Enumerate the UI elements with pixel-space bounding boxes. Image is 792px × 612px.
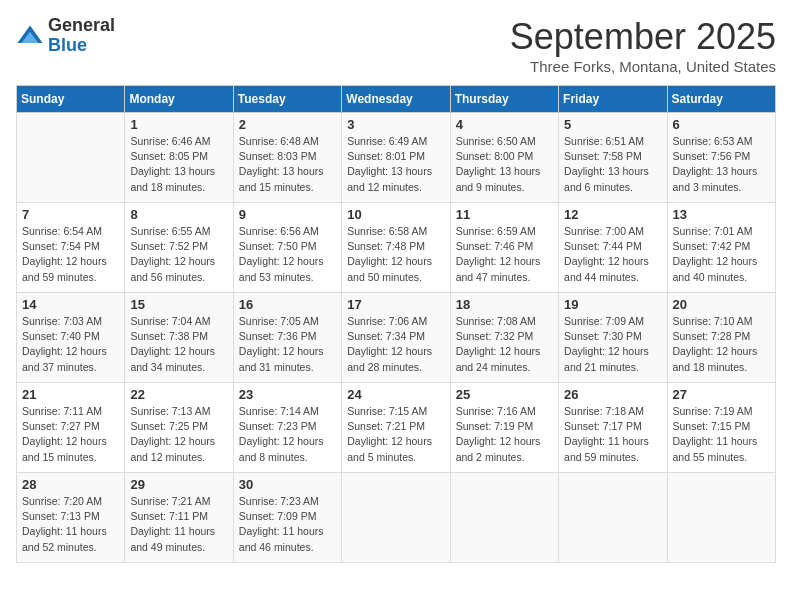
day-number: 12 <box>564 207 661 222</box>
day-number: 1 <box>130 117 227 132</box>
day-number: 3 <box>347 117 444 132</box>
day-number: 14 <box>22 297 119 312</box>
calendar-week-row: 21Sunrise: 7:11 AMSunset: 7:27 PMDayligh… <box>17 383 776 473</box>
calendar-cell: 9Sunrise: 6:56 AMSunset: 7:50 PMDaylight… <box>233 203 341 293</box>
calendar-cell: 25Sunrise: 7:16 AMSunset: 7:19 PMDayligh… <box>450 383 558 473</box>
logo-icon <box>16 22 44 50</box>
day-info: Sunrise: 6:55 AMSunset: 7:52 PMDaylight:… <box>130 224 227 285</box>
day-info: Sunrise: 7:05 AMSunset: 7:36 PMDaylight:… <box>239 314 336 375</box>
day-number: 4 <box>456 117 553 132</box>
day-info: Sunrise: 7:00 AMSunset: 7:44 PMDaylight:… <box>564 224 661 285</box>
day-number: 23 <box>239 387 336 402</box>
calendar-cell: 6Sunrise: 6:53 AMSunset: 7:56 PMDaylight… <box>667 113 775 203</box>
day-number: 10 <box>347 207 444 222</box>
calendar-cell: 1Sunrise: 6:46 AMSunset: 8:05 PMDaylight… <box>125 113 233 203</box>
day-info: Sunrise: 6:53 AMSunset: 7:56 PMDaylight:… <box>673 134 770 195</box>
day-info: Sunrise: 7:20 AMSunset: 7:13 PMDaylight:… <box>22 494 119 555</box>
logo: General Blue <box>16 16 115 56</box>
day-number: 16 <box>239 297 336 312</box>
day-info: Sunrise: 7:15 AMSunset: 7:21 PMDaylight:… <box>347 404 444 465</box>
day-number: 25 <box>456 387 553 402</box>
day-info: Sunrise: 7:18 AMSunset: 7:17 PMDaylight:… <box>564 404 661 465</box>
day-info: Sunrise: 6:46 AMSunset: 8:05 PMDaylight:… <box>130 134 227 195</box>
day-info: Sunrise: 7:03 AMSunset: 7:40 PMDaylight:… <box>22 314 119 375</box>
calendar-cell: 24Sunrise: 7:15 AMSunset: 7:21 PMDayligh… <box>342 383 450 473</box>
calendar-cell <box>342 473 450 563</box>
logo-blue-text: Blue <box>48 36 115 56</box>
calendar-cell: 2Sunrise: 6:48 AMSunset: 8:03 PMDaylight… <box>233 113 341 203</box>
header: General Blue September 2025 Three Forks,… <box>16 16 776 75</box>
day-number: 6 <box>673 117 770 132</box>
day-number: 7 <box>22 207 119 222</box>
day-of-week-header: Sunday <box>17 86 125 113</box>
day-info: Sunrise: 6:50 AMSunset: 8:00 PMDaylight:… <box>456 134 553 195</box>
calendar-cell: 19Sunrise: 7:09 AMSunset: 7:30 PMDayligh… <box>559 293 667 383</box>
day-number: 21 <box>22 387 119 402</box>
calendar-cell: 23Sunrise: 7:14 AMSunset: 7:23 PMDayligh… <box>233 383 341 473</box>
day-number: 15 <box>130 297 227 312</box>
day-number: 24 <box>347 387 444 402</box>
calendar-cell: 10Sunrise: 6:58 AMSunset: 7:48 PMDayligh… <box>342 203 450 293</box>
calendar-cell: 7Sunrise: 6:54 AMSunset: 7:54 PMDaylight… <box>17 203 125 293</box>
calendar-cell: 28Sunrise: 7:20 AMSunset: 7:13 PMDayligh… <box>17 473 125 563</box>
day-info: Sunrise: 7:16 AMSunset: 7:19 PMDaylight:… <box>456 404 553 465</box>
calendar-cell: 27Sunrise: 7:19 AMSunset: 7:15 PMDayligh… <box>667 383 775 473</box>
day-info: Sunrise: 7:19 AMSunset: 7:15 PMDaylight:… <box>673 404 770 465</box>
day-info: Sunrise: 6:48 AMSunset: 8:03 PMDaylight:… <box>239 134 336 195</box>
calendar-week-row: 14Sunrise: 7:03 AMSunset: 7:40 PMDayligh… <box>17 293 776 383</box>
day-of-week-header: Thursday <box>450 86 558 113</box>
calendar-cell: 30Sunrise: 7:23 AMSunset: 7:09 PMDayligh… <box>233 473 341 563</box>
day-number: 5 <box>564 117 661 132</box>
day-number: 9 <box>239 207 336 222</box>
calendar-cell: 3Sunrise: 6:49 AMSunset: 8:01 PMDaylight… <box>342 113 450 203</box>
day-number: 8 <box>130 207 227 222</box>
month-title: September 2025 <box>510 16 776 58</box>
day-info: Sunrise: 6:59 AMSunset: 7:46 PMDaylight:… <box>456 224 553 285</box>
day-number: 11 <box>456 207 553 222</box>
calendar-cell: 14Sunrise: 7:03 AMSunset: 7:40 PMDayligh… <box>17 293 125 383</box>
calendar-cell: 29Sunrise: 7:21 AMSunset: 7:11 PMDayligh… <box>125 473 233 563</box>
calendar-cell: 21Sunrise: 7:11 AMSunset: 7:27 PMDayligh… <box>17 383 125 473</box>
calendar-cell <box>17 113 125 203</box>
day-info: Sunrise: 7:04 AMSunset: 7:38 PMDaylight:… <box>130 314 227 375</box>
calendar-header-row: SundayMondayTuesdayWednesdayThursdayFrid… <box>17 86 776 113</box>
day-of-week-header: Saturday <box>667 86 775 113</box>
calendar-week-row: 7Sunrise: 6:54 AMSunset: 7:54 PMDaylight… <box>17 203 776 293</box>
calendar-cell: 5Sunrise: 6:51 AMSunset: 7:58 PMDaylight… <box>559 113 667 203</box>
calendar-cell: 16Sunrise: 7:05 AMSunset: 7:36 PMDayligh… <box>233 293 341 383</box>
day-info: Sunrise: 7:10 AMSunset: 7:28 PMDaylight:… <box>673 314 770 375</box>
day-number: 26 <box>564 387 661 402</box>
calendar-cell: 26Sunrise: 7:18 AMSunset: 7:17 PMDayligh… <box>559 383 667 473</box>
title-section: September 2025 Three Forks, Montana, Uni… <box>510 16 776 75</box>
day-number: 28 <box>22 477 119 492</box>
day-info: Sunrise: 6:54 AMSunset: 7:54 PMDaylight:… <box>22 224 119 285</box>
day-number: 17 <box>347 297 444 312</box>
calendar-cell: 17Sunrise: 7:06 AMSunset: 7:34 PMDayligh… <box>342 293 450 383</box>
day-info: Sunrise: 7:21 AMSunset: 7:11 PMDaylight:… <box>130 494 227 555</box>
day-number: 2 <box>239 117 336 132</box>
calendar-cell: 12Sunrise: 7:00 AMSunset: 7:44 PMDayligh… <box>559 203 667 293</box>
day-info: Sunrise: 7:06 AMSunset: 7:34 PMDaylight:… <box>347 314 444 375</box>
day-info: Sunrise: 6:58 AMSunset: 7:48 PMDaylight:… <box>347 224 444 285</box>
calendar-week-row: 28Sunrise: 7:20 AMSunset: 7:13 PMDayligh… <box>17 473 776 563</box>
day-of-week-header: Friday <box>559 86 667 113</box>
logo-general-text: General <box>48 16 115 36</box>
day-number: 29 <box>130 477 227 492</box>
calendar-cell: 4Sunrise: 6:50 AMSunset: 8:00 PMDaylight… <box>450 113 558 203</box>
calendar-cell: 13Sunrise: 7:01 AMSunset: 7:42 PMDayligh… <box>667 203 775 293</box>
day-info: Sunrise: 6:49 AMSunset: 8:01 PMDaylight:… <box>347 134 444 195</box>
day-number: 20 <box>673 297 770 312</box>
day-number: 27 <box>673 387 770 402</box>
calendar-cell <box>559 473 667 563</box>
calendar-cell: 18Sunrise: 7:08 AMSunset: 7:32 PMDayligh… <box>450 293 558 383</box>
day-number: 30 <box>239 477 336 492</box>
day-info: Sunrise: 7:11 AMSunset: 7:27 PMDaylight:… <box>22 404 119 465</box>
day-number: 18 <box>456 297 553 312</box>
day-of-week-header: Monday <box>125 86 233 113</box>
calendar-cell: 15Sunrise: 7:04 AMSunset: 7:38 PMDayligh… <box>125 293 233 383</box>
calendar-table: SundayMondayTuesdayWednesdayThursdayFrid… <box>16 85 776 563</box>
day-info: Sunrise: 7:01 AMSunset: 7:42 PMDaylight:… <box>673 224 770 285</box>
day-info: Sunrise: 6:51 AMSunset: 7:58 PMDaylight:… <box>564 134 661 195</box>
calendar-week-row: 1Sunrise: 6:46 AMSunset: 8:05 PMDaylight… <box>17 113 776 203</box>
day-of-week-header: Tuesday <box>233 86 341 113</box>
